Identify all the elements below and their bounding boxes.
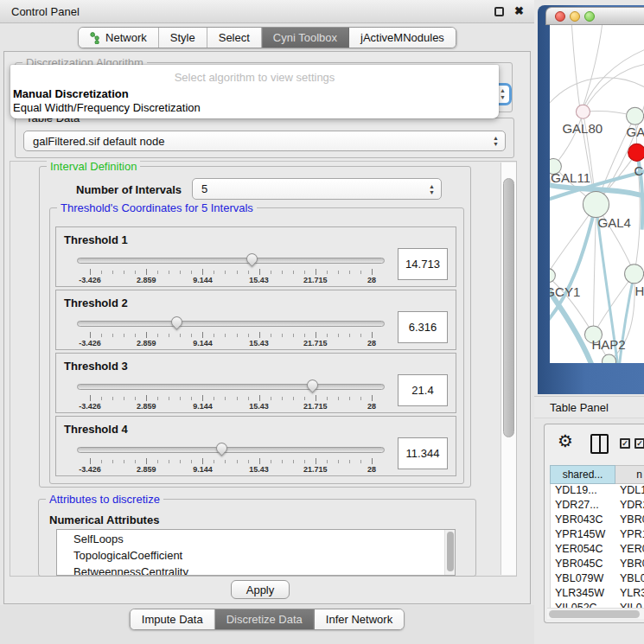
- scrollbar-thumb[interactable]: [549, 610, 640, 618]
- slider-tick: [214, 334, 214, 337]
- gear-icon[interactable]: ⚙: [558, 430, 573, 451]
- slider-tick: [214, 397, 214, 400]
- column-header-name[interactable]: n: [615, 465, 644, 484]
- slider-tick: [282, 397, 283, 400]
- table-panel-title: Table Panel: [550, 401, 609, 414]
- slider-tick: [225, 460, 226, 463]
- bottom-tab-bar: Impute Data Discretize Data Infer Networ…: [130, 609, 405, 630]
- threshold-3-slider[interactable]: -3.4262.8599.14415.4321.71528: [75, 379, 386, 412]
- network-node[interactable]: [576, 105, 590, 118]
- slider-thumb[interactable]: [169, 314, 184, 329]
- node-label: GCY1: [550, 284, 580, 299]
- group-title: Threshold's Coordinates for 5 Intervals: [57, 201, 257, 214]
- slider-tick: [338, 334, 339, 337]
- table-row[interactable]: YDL19...YDL1: [551, 484, 644, 499]
- slider-tick: [271, 397, 271, 400]
- slider-tick: [304, 460, 305, 463]
- network-node[interactable]: [583, 191, 609, 217]
- table-row[interactable]: YPR145WYPR1: [551, 528, 644, 543]
- table-row[interactable]: YLR345WYLR3: [551, 587, 644, 602]
- scrollbar-thumb[interactable]: [447, 532, 454, 571]
- network-node-selected[interactable]: [628, 143, 644, 161]
- tab-style[interactable]: Style: [159, 28, 207, 48]
- popup-placeholder: Select algorithm to view settings: [10, 71, 499, 84]
- network-window-titlebar[interactable]: [545, 7, 644, 25]
- network-canvas[interactable]: GAL80 GA C GAL11 GAL4 GCY1 H HAP2: [550, 25, 644, 363]
- numerical-attributes-list[interactable]: SelfLoopsTopologicalCoefficientBetweenne…: [56, 529, 456, 576]
- slider-tick-label: 28: [367, 339, 376, 348]
- table-row[interactable]: YIL052CYIL0: [551, 602, 644, 608]
- table-cell: YBR045C: [551, 558, 616, 572]
- slider-tick: [304, 334, 305, 337]
- threshold-2-slider[interactable]: -3.4262.8599.14415.4321.71528: [75, 316, 386, 349]
- list-scrollbar[interactable]: [444, 530, 455, 575]
- table-row[interactable]: YER054CYER0: [551, 543, 644, 558]
- close-icon[interactable]: ✖: [514, 4, 524, 17]
- close-traffic-light-icon[interactable]: [555, 11, 565, 22]
- float-window-icon[interactable]: [494, 7, 504, 16]
- threshold-3-value[interactable]: 21.4: [398, 374, 448, 406]
- popup-item-equal-width-frequency[interactable]: Equal Width/Frequency Discretization: [13, 101, 201, 114]
- threshold-2-value[interactable]: 6.316: [398, 311, 448, 343]
- tab-discretize-data[interactable]: Discretize Data: [215, 609, 315, 629]
- slider-tick: [101, 271, 102, 274]
- apply-button[interactable]: Apply: [231, 580, 290, 599]
- tab-label: jActiveMNodules: [360, 31, 444, 44]
- tab-select[interactable]: Select: [207, 28, 262, 48]
- tab-network[interactable]: Network: [79, 28, 159, 48]
- threshold-1-slider[interactable]: -3.4262.8599.14415.4321.71528: [75, 253, 386, 286]
- split-columns-icon[interactable]: [590, 434, 609, 454]
- tab-infer-network[interactable]: Infer Network: [315, 609, 404, 629]
- zoom-traffic-light-icon[interactable]: [584, 11, 595, 22]
- slider-tick-label: 28: [367, 276, 376, 284]
- threshold-4-value[interactable]: 11.344: [398, 437, 448, 469]
- minimize-traffic-light-icon[interactable]: [570, 11, 580, 22]
- slider-tick: [293, 460, 294, 463]
- slider-tick-label: 21.715: [303, 402, 328, 411]
- threshold-panel-2: Threshold 2 -3.4262.8599.14415.4321.7152…: [55, 290, 456, 350]
- column-header-shared-name[interactable]: shared...: [550, 465, 615, 484]
- slider-tick: [259, 395, 260, 401]
- tab-impute-data[interactable]: Impute Data: [131, 609, 215, 629]
- tab-cyni-toolbox[interactable]: Cyni Toolbox: [262, 28, 349, 48]
- network-node[interactable]: [625, 265, 644, 284]
- slider-tick: [225, 271, 226, 274]
- threshold-4-slider[interactable]: -3.4262.8599.14415.4321.71528: [75, 443, 386, 475]
- table-row[interactable]: YBL079WYBL0: [551, 572, 644, 587]
- slider-tick: [191, 271, 192, 274]
- table-cell: YER0: [616, 543, 644, 558]
- checkbox-icon[interactable]: ✓: [620, 438, 630, 449]
- slider-tick: [124, 460, 124, 463]
- network-node[interactable]: [627, 107, 644, 124]
- table-row[interactable]: YBR045CYBR0: [551, 558, 644, 572]
- table-header-row: shared... n: [550, 465, 644, 484]
- attribute-list-item[interactable]: SelfLoops: [73, 531, 455, 547]
- threshold-1-value[interactable]: 14.713: [398, 248, 448, 280]
- horizontal-scrollbar[interactable]: [547, 608, 644, 619]
- network-node[interactable]: [550, 269, 555, 283]
- numerical-attributes-label: Numerical Attributes: [49, 513, 159, 526]
- vertical-scrollbar[interactable]: [501, 163, 516, 575]
- table-row[interactable]: YBR043CYBR0: [551, 513, 644, 528]
- slider-tick: [135, 334, 136, 337]
- popup-item-manual-discretization[interactable]: Manual Discretization: [13, 87, 129, 100]
- slider-tick-label: 21.715: [303, 465, 328, 474]
- attribute-list-item[interactable]: BetweennessCentrality: [73, 564, 455, 576]
- slider-tick: [316, 269, 316, 275]
- checkbox-icon[interactable]: ✓: [634, 438, 644, 449]
- slider-thumb[interactable]: [244, 251, 259, 266]
- network-node[interactable]: [603, 354, 616, 363]
- attribute-list-item[interactable]: TopologicalCoefficient: [73, 547, 455, 564]
- table-cell: YPR1: [616, 528, 644, 543]
- slider-tick: [146, 332, 147, 338]
- slider-thumb[interactable]: [304, 377, 320, 392]
- scrollbar-thumb[interactable]: [503, 178, 514, 437]
- slider-tick: [101, 397, 102, 400]
- table-data-combo[interactable]: galFiltered.sif default node ▲▼: [23, 131, 506, 151]
- threshold-label: Threshold 4: [64, 423, 128, 436]
- table-row[interactable]: YDR27...YDR2: [551, 499, 644, 513]
- slider-thumb[interactable]: [214, 440, 230, 456]
- number-of-intervals-combo[interactable]: 5 ▲▼: [192, 178, 442, 200]
- tab-jactivemnodules[interactable]: jActiveMNodules: [349, 28, 456, 48]
- slider-tick: [101, 460, 102, 463]
